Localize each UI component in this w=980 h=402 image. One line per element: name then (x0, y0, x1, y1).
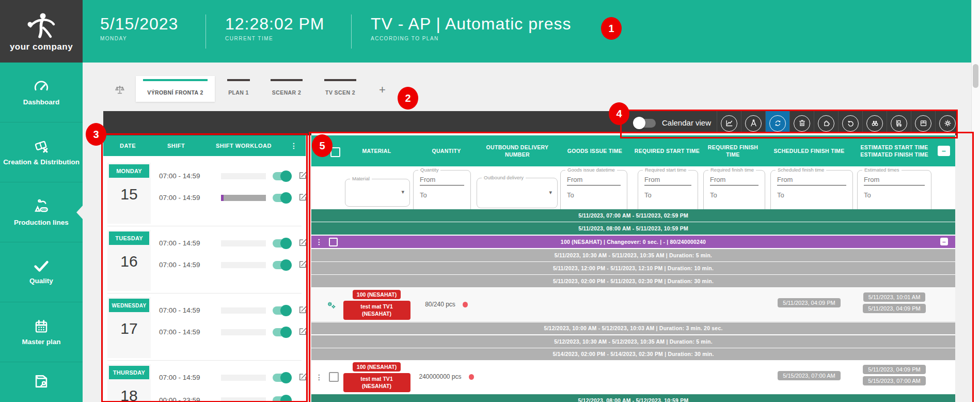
edit-shift-icon[interactable] (298, 193, 307, 202)
tab-active-indicator (143, 79, 208, 81)
plan-toolbar: Calendar view (103, 111, 957, 135)
add-tab-button[interactable]: + (379, 84, 386, 96)
archive-button[interactable] (911, 111, 935, 135)
tab-vyrobni-fronta-2[interactable]: VÝROBNÍ FRONTA 2 (136, 76, 215, 102)
sidebar-item-bottom-partial[interactable] (0, 362, 83, 402)
header-plan-label: ACCORDING TO PLAN (371, 36, 571, 41)
drafting-compass-button[interactable] (741, 111, 765, 135)
line-chart-button[interactable] (717, 111, 741, 135)
goods-issue-to-input[interactable]: To (567, 191, 621, 199)
shift-band-text: 5/11/2023, 07:00 AM - 5/11/2023, 02:59 P… (578, 212, 688, 219)
header-plan-block: TV - AP | Automatic press ACCORDING TO P… (371, 16, 571, 41)
kebab-menu-icon[interactable]: ⋮ (315, 238, 323, 245)
shift-toggle[interactable] (273, 328, 290, 336)
tab-label: PLAN 1 (217, 89, 260, 96)
sidebar-item-dashboard[interactable]: Dashboard (0, 63, 83, 122)
filter-material[interactable]: Material ▾ (345, 179, 410, 207)
sync-button[interactable] (765, 111, 789, 135)
filter-label: Required start time (643, 167, 688, 173)
plugins-button[interactable] (814, 111, 838, 135)
scrollbar-track[interactable] (971, 0, 980, 402)
downtime-text: 5/12/2023, 10:00 AM - 5/12/2023, 10:03 A… (544, 325, 722, 331)
edit-shift-icon[interactable] (298, 305, 307, 314)
order-group-row[interactable]: ⋮ 100 (NESAHAT) | Changeover: 0 sec. | -… (311, 236, 955, 248)
tab-tv-scen-2[interactable]: TV SCEN 2 (324, 76, 356, 102)
required-start-to-input[interactable]: To (644, 191, 691, 199)
order-checkbox[interactable] (329, 238, 338, 246)
tab-indicator (271, 79, 303, 81)
required-finish-from-input[interactable]: From (710, 176, 758, 185)
kebab-menu-icon[interactable]: ⋮ (315, 374, 323, 381)
scheduled-finish-from-input[interactable]: From (777, 176, 846, 185)
search-button[interactable] (862, 111, 887, 135)
goods-issue-from-input[interactable]: From (567, 176, 621, 185)
settings-button[interactable] (935, 111, 959, 135)
edit-shift-icon[interactable] (298, 238, 307, 247)
kebab-menu-icon[interactable]: ⋮ (290, 142, 297, 149)
quantity-to-input[interactable]: To (420, 191, 464, 199)
tab-indicator (324, 79, 356, 81)
calendar-view-toggle-knob[interactable] (633, 117, 645, 129)
job-row[interactable]: 100 (NESAHAT) test mat TV1 (NESAHAT) 80/… (311, 288, 955, 322)
production-queue-table: MATERIAL QUANTITY OUTBOUND DELIVERY NUMB… (311, 133, 955, 402)
shift-toggle[interactable] (273, 194, 290, 202)
filter-required-finish-time[interactable]: Required finish time From To (703, 170, 765, 214)
shift-toggle[interactable] (273, 374, 290, 382)
shift-workload-bar (221, 195, 266, 201)
quantity-cell: 240000000 pcs (414, 373, 479, 380)
filter-outbound-delivery[interactable]: Outbound delivery ▾ (477, 178, 558, 208)
shift-toggle[interactable] (273, 172, 290, 180)
scheduled-finish-to-input[interactable]: To (777, 191, 846, 199)
edit-shift-icon[interactable] (298, 260, 307, 269)
scale-icon[interactable] (115, 85, 125, 95)
sidebar-item-label: Quality (26, 277, 56, 285)
job-row[interactable]: ⋮ 100 (NESAHAT) test mat TV1 (NESAHAT) 2… (311, 361, 955, 393)
downtime-text: 5/11/2023, 10:30 AM - 5/11/2023, 10:35 A… (555, 252, 712, 258)
delete-button[interactable] (789, 111, 814, 135)
estimated-from-input[interactable]: From (864, 176, 925, 185)
required-finish-to-input[interactable]: To (710, 191, 758, 199)
estimated-times-cell: 5/11/2023, 10:01 AM 5/11/2023, 04:09 PM (853, 292, 936, 313)
required-start-from-input[interactable]: From (644, 176, 691, 185)
filter-label: Outbound delivery (482, 175, 526, 180)
shift-toggle[interactable] (273, 396, 290, 402)
shift-toggle[interactable] (273, 239, 290, 248)
shift-band-row[interactable]: 5/11/2023, 07:00 AM - 5/11/2023, 02:59 P… (311, 209, 955, 222)
shift-time: 07:00 - 14:59 (159, 261, 216, 269)
edit-shift-icon[interactable] (298, 373, 307, 381)
company-logo: your company (0, 0, 83, 63)
shift-toggle[interactable] (273, 261, 290, 269)
filter-quantity[interactable]: Quantity From To (413, 170, 471, 215)
tab-scenar-2[interactable]: SCENAR 2 (271, 76, 303, 102)
estimated-finish-chip: 5/11/2023, 04:09 PM (863, 304, 925, 313)
filter-required-start-time[interactable]: Required start time From To (638, 170, 698, 214)
tab-label: SCENAR 2 (260, 89, 313, 96)
scrollbar-thumb[interactable] (973, 64, 978, 88)
filter-estimated-times[interactable]: Estimated times From To (857, 170, 931, 214)
tab-label: VÝROBNÍ FRONTA 2 (136, 89, 215, 96)
collapse-all-button[interactable]: – (938, 146, 950, 156)
edit-shift-icon[interactable] (298, 171, 307, 180)
header-divider (351, 14, 352, 49)
shift-band-row[interactable]: 5/12/2023, 08:00 AM - 5/12/2023, 10:59 P… (311, 394, 955, 402)
estimated-to-input[interactable]: To (864, 191, 925, 199)
filter-scheduled-finish-time[interactable]: Scheduled finish time From To (770, 170, 853, 214)
sidebar-item-master-plan[interactable]: Master plan (0, 302, 83, 362)
collapse-group-button[interactable]: – (940, 238, 948, 245)
filter-goods-issue-datetime[interactable]: Goods issue datetime From To (560, 170, 627, 214)
check-icon (33, 259, 50, 273)
quantity-from-input[interactable]: From (420, 176, 464, 185)
sidebar-item-quality[interactable]: Quality (0, 242, 83, 302)
job-checkbox[interactable] (329, 372, 339, 382)
shift-toggle[interactable] (273, 306, 290, 315)
sidebar-item-creation-distribution[interactable]: Creation & Distribution (0, 122, 83, 182)
logistics-button[interactable] (887, 111, 911, 135)
tab-plan-1[interactable]: PLAN 1 (227, 76, 250, 102)
shift-band-row[interactable]: 5/11/2023, 08:00 AM - 5/11/2023, 10:59 P… (311, 222, 955, 235)
material-group-badge: 100 (NESAHAT) (353, 290, 401, 299)
sidebar-item-production-lines[interactable]: Production lines (0, 182, 83, 242)
header-date: 5/15/2023 (100, 16, 178, 32)
undo-button[interactable] (838, 111, 862, 135)
toggle-knob (280, 327, 292, 338)
edit-shift-icon[interactable] (298, 327, 307, 336)
